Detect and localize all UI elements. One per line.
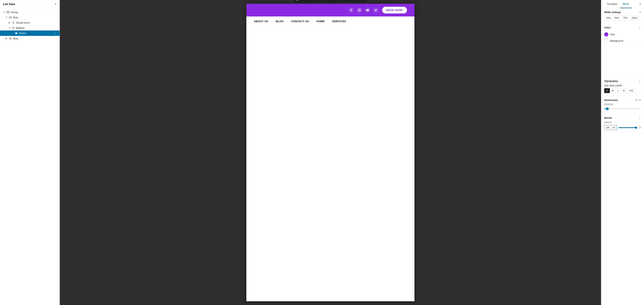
- width-75-btn[interactable]: 75%: [621, 16, 630, 20]
- button-label: Button: [19, 32, 54, 35]
- toolbar-move-btn[interactable]: ▲▼: [312, 0, 320, 1]
- nav-contact-us[interactable]: CONTACT US: [291, 20, 309, 23]
- size-l-btn[interactable]: L: [616, 88, 621, 93]
- svg-rect-10: [12, 27, 14, 29]
- typography-size-label: SIZE SMALL(REM): [604, 85, 641, 87]
- social-icon-tree: [12, 21, 15, 24]
- radius-unit: PX: [611, 126, 617, 130]
- svg-rect-2: [8, 12, 9, 13]
- radius-label: RADIUS: [604, 122, 641, 124]
- button-icon: [14, 32, 18, 35]
- dimensions-section: Dimensions ⇌ ⊃ PADDING: [601, 96, 644, 113]
- toolbar-align-left-btn[interactable]: ◀: [321, 0, 326, 1]
- toolbar-list-view-btn[interactable]: [295, 0, 300, 1]
- width-settings-title: Width settings: [604, 11, 621, 14]
- toolbar-link-btn[interactable]: 🔗: [336, 0, 342, 1]
- radius-input-wrap: PX: [604, 125, 617, 130]
- right-panel-close-button[interactable]: ×: [639, 3, 641, 6]
- chevron-row2: ▶: [5, 37, 8, 40]
- radius-slider-thumb[interactable]: [635, 127, 637, 129]
- color-text-option[interactable]: Text: [604, 31, 641, 38]
- text-color-label: Text: [610, 33, 615, 36]
- youtube-icon[interactable]: [365, 8, 370, 13]
- color-background-option[interactable]: Background: [604, 38, 641, 44]
- row2-label: Row: [13, 37, 56, 40]
- tree-list: ▼ Group ▼ Row ▶ Social Icons ▼: [0, 8, 60, 305]
- canvas-frame: ▭ ⠿ ▲▼ ◀ + ≡ 🔗 B I ▼ ⋮: [246, 4, 414, 301]
- svg-rect-18: [358, 9, 360, 11]
- tree-item-social-icons[interactable]: ▶ Social Icons: [0, 20, 60, 25]
- radius-input[interactable]: [604, 125, 611, 130]
- nav-services[interactable]: SERVICES: [332, 20, 346, 23]
- typography-more[interactable]: ⋮: [638, 79, 641, 83]
- toolbar-align-stretch-btn[interactable]: ≡: [331, 0, 336, 1]
- size-m-btn[interactable]: M: [610, 88, 616, 93]
- radius-slider-fill: [618, 127, 635, 128]
- toolbar-more-text-btn[interactable]: ▼: [354, 0, 359, 1]
- svg-point-7: [14, 23, 14, 24]
- radius-link-icon[interactable]: ⊃: [638, 126, 641, 129]
- color-section-more[interactable]: ⋮: [638, 26, 641, 29]
- size-xl-btn[interactable]: XL: [621, 88, 628, 93]
- border-section: 4 Border ⋮ RADIUS PX ⊃: [601, 113, 644, 133]
- row2-icon: [8, 37, 12, 40]
- button-more-icon[interactable]: ⋮: [54, 31, 56, 35]
- radius-slider-wrap[interactable]: [618, 127, 637, 128]
- width-settings-header: Width settings ∧: [604, 11, 641, 14]
- typography-section-header: Typography ⋮: [604, 79, 641, 83]
- toolbar-italic-btn[interactable]: I: [349, 0, 353, 1]
- width-settings-section: Width settings ∧ 25% 50% 75% 100%: [601, 8, 644, 23]
- padding-slider-fill: [604, 108, 606, 109]
- tab-template[interactable]: Template: [604, 0, 620, 8]
- toolbar-drag-btn[interactable]: ⠿: [306, 0, 311, 1]
- site-navigation: ABOUT US BLOG CONTACT US HOME SERVICES: [246, 17, 414, 26]
- padding-slider-thumb[interactable]: [606, 107, 609, 110]
- nav-blog[interactable]: BLOG: [276, 20, 284, 23]
- social-icons-row: [348, 8, 378, 13]
- tree-item-row2[interactable]: ▶ Row: [0, 36, 60, 41]
- list-view-title: List View: [3, 3, 15, 6]
- nav-about-us[interactable]: ABOUT US: [254, 20, 268, 23]
- width-settings-chevron[interactable]: ∧: [639, 11, 641, 14]
- chevron-row1: ▼: [5, 16, 8, 19]
- tree-item-row1[interactable]: ▼ Row: [0, 15, 60, 20]
- toolbar-bold-btn[interactable]: B: [344, 0, 349, 1]
- toolbar-block-btn[interactable]: ▭: [301, 0, 306, 1]
- text-color-swatch: [604, 32, 608, 37]
- dimensions-equalizer-btn[interactable]: ⇌: [636, 99, 638, 102]
- dimensions-link-btn[interactable]: ⊃: [639, 99, 641, 102]
- row-icon: [8, 16, 12, 19]
- size-buttons-group: S M L XL XXL: [604, 88, 641, 93]
- border-more[interactable]: ⋮: [638, 116, 641, 120]
- chevron-group: ▼: [3, 11, 6, 14]
- width-50-btn[interactable]: 50%: [613, 16, 621, 20]
- background-color-swatch: [604, 39, 608, 43]
- row1-label: Row: [13, 16, 56, 19]
- facebook-icon[interactable]: [348, 8, 354, 13]
- size-xxl-btn[interactable]: XXL: [628, 88, 636, 93]
- tab-block[interactable]: Block: [620, 0, 632, 8]
- nav-home[interactable]: HOME: [316, 20, 324, 23]
- width-100-btn[interactable]: 100%: [630, 16, 639, 20]
- padding-slider[interactable]: [604, 107, 641, 111]
- border-title: Border: [604, 116, 612, 119]
- toolbar-divider-2: [343, 0, 343, 1]
- right-panel-inner: Width settings ∧ 25% 50% 75% 100% 1 Colo…: [601, 8, 644, 305]
- list-view-close-button[interactable]: ×: [54, 2, 56, 6]
- book-now-button[interactable]: BOOK NOW!: [382, 7, 407, 14]
- tiktok-icon[interactable]: [373, 8, 378, 13]
- right-panel: Template Block × Width settings ∧ 25% 50…: [601, 0, 644, 305]
- tree-item-group[interactable]: ▼ Group: [0, 10, 60, 15]
- tree-item-buttons[interactable]: ▼ Buttons: [0, 25, 60, 31]
- instagram-icon[interactable]: [357, 8, 362, 13]
- width-25-btn[interactable]: 25%: [604, 16, 613, 20]
- svg-rect-16: [296, 0, 297, 0]
- radius-slider-track: [618, 127, 637, 128]
- toolbar-options-btn[interactable]: ⋮: [361, 0, 366, 1]
- tree-item-button[interactable]: ▶ Button ⋮: [0, 31, 60, 36]
- svg-point-5: [14, 22, 14, 22]
- toolbar-align-center-btn[interactable]: +: [326, 0, 331, 1]
- toolbar-divider-3: [360, 0, 360, 1]
- color-section-title: Color: [604, 26, 610, 29]
- size-s-btn[interactable]: S: [604, 88, 610, 93]
